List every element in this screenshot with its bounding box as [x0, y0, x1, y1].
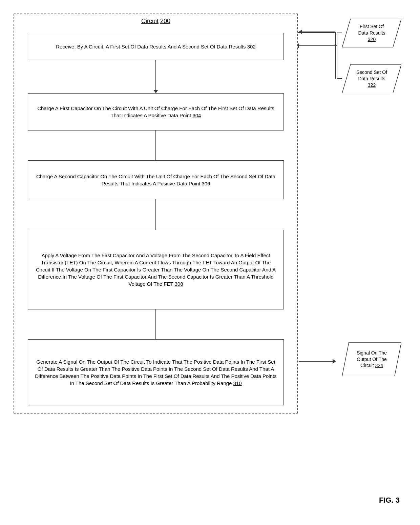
ref-302: 302 [247, 44, 256, 49]
arrow-line-4 [155, 309, 156, 339]
circuit-ref: 200 [160, 18, 170, 24]
flow-box-310: Generate A Signal On The Output Of The C… [28, 339, 284, 405]
parallelogram-320: First Set OfData Results320 [342, 19, 401, 47]
ref-304: 304 [192, 113, 201, 118]
flow-box-308: Apply A Voltage From The First Capacitor… [28, 230, 284, 309]
arrow-line-3 [155, 199, 156, 230]
flow-box-302: Receive, By A Circuit, A First Set Of Da… [28, 33, 284, 60]
parallelogram-324: Signal On TheOutput Of TheCircuit 324 [342, 342, 401, 376]
ref-310: 310 [233, 380, 242, 386]
arrow-line-1 [155, 60, 156, 90]
box-302-text: Receive, By A Circuit, A First Set Of Da… [56, 43, 255, 50]
box-306-text: Charge A Second Capacitor On The Circuit… [35, 173, 277, 187]
arrow-down-4 [153, 309, 158, 343]
arrowhead-302 [298, 43, 299, 48]
ref-306: 306 [202, 181, 210, 186]
arrow-head-1 [153, 90, 158, 93]
arrow-down-3 [153, 199, 158, 233]
arrow-down-1 [153, 60, 158, 93]
shape-320-ref: 320 [368, 37, 376, 42]
arrow-320-to-302 [299, 29, 335, 34]
flow-box-306: Charge A Second Capacitor On The Circuit… [28, 160, 284, 199]
arrow-right-head-324 [333, 359, 336, 364]
ref-308: 308 [175, 281, 183, 287]
arrow-line-324 [299, 361, 333, 362]
circuit-container: Circuit 200 Receive, By A Circuit, A Fir… [14, 14, 298, 413]
shape-322-ref: 322 [368, 82, 376, 88]
arrow-down-2 [153, 130, 158, 164]
page: Circuit 200 Receive, By A Circuit, A Fir… [0, 0, 420, 525]
arrow-310-to-324 [299, 359, 336, 364]
horiz-connector-322-top [298, 32, 336, 33]
shape-324-text: Signal On TheOutput Of TheCircuit 324 [357, 350, 387, 369]
shape-322-text: Second Set OfData Results322 [356, 69, 387, 88]
arrow-left-head-320 [299, 29, 302, 34]
box-310-text: Generate A Signal On The Output Of The C… [35, 358, 277, 387]
vertical-connector-322 [335, 32, 336, 79]
shape-324-ref: 324 [375, 363, 383, 368]
circuit-title: Circuit [141, 18, 159, 24]
box-304-text: Charge A First Capacitor On The Circuit … [35, 105, 277, 119]
circuit-label: Circuit 200 [14, 18, 297, 25]
arrow-line-2 [155, 130, 156, 160]
fig-label: FIG. 3 [379, 496, 400, 505]
box-308-text: Apply A Voltage From The First Capacitor… [35, 252, 277, 287]
flow-box-304: Charge A First Capacitor On The Circuit … [28, 93, 284, 130]
parallelogram-322: Second Set OfData Results322 [342, 64, 401, 93]
shape-320-text: First Set OfData Results320 [358, 23, 385, 43]
